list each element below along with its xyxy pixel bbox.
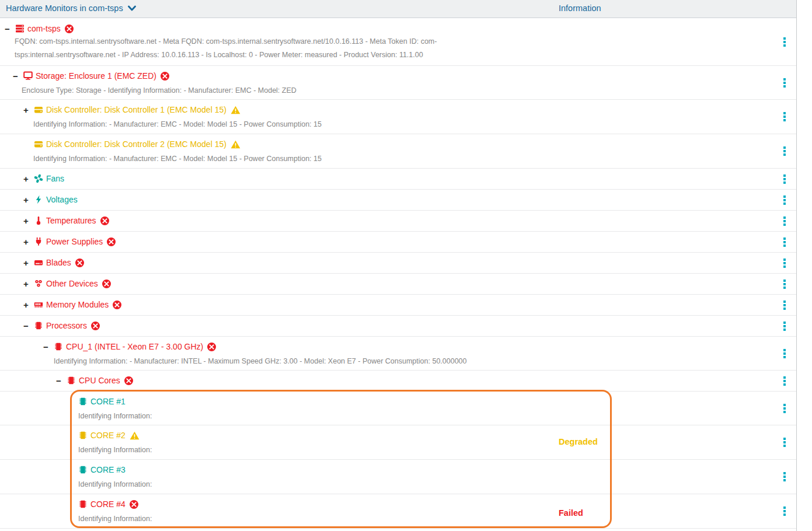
node-label-processors[interactable]: Processors <box>46 321 87 330</box>
thermometer-icon <box>34 216 43 225</box>
node-label-core-3[interactable]: CORE #3 <box>90 465 126 474</box>
expand-toggle[interactable]: + <box>23 301 31 309</box>
kebab-menu-icon[interactable] <box>780 195 789 205</box>
kebab-menu-icon[interactable] <box>780 300 789 310</box>
core-chip-icon <box>78 465 88 474</box>
collapse-toggle[interactable]: − <box>13 72 20 80</box>
processor-chip-icon <box>67 376 76 385</box>
warning-triangle-icon <box>130 431 140 440</box>
error-badge-icon <box>130 500 138 509</box>
tree-row-power-supplies: + Power Supplies <box>0 232 796 253</box>
kebab-menu-icon[interactable] <box>780 437 789 448</box>
tree-row-enclosure: − Storage: Enclosure 1 (EMC ZED) Enclosu… <box>0 66 796 100</box>
kebab-menu-icon[interactable] <box>780 279 789 289</box>
expand-toggle[interactable]: + <box>23 217 31 225</box>
collapse-toggle[interactable]: − <box>56 377 64 385</box>
error-badge-icon <box>75 258 84 267</box>
tree-row-host: − com-tsps FQDN: com-tsps.internal.sentr… <box>0 18 796 66</box>
node-detail-disk-controller-2: Identifying Information: - Manufacturer:… <box>33 152 796 166</box>
node-label-voltages[interactable]: Voltages <box>46 195 78 204</box>
kebab-menu-icon[interactable] <box>780 376 789 386</box>
tree-row-core-3: CORE #3 Identifying Information: <box>0 460 796 494</box>
expand-toggle[interactable]: + <box>23 238 31 246</box>
error-badge-icon <box>102 280 111 288</box>
processor-chip-icon <box>54 342 63 351</box>
hardware-monitor-panel: Hardware Monitors in com-tsps Informatio… <box>0 0 797 531</box>
tree-row-cpu-1: − CPU_1 (INTEL - Xeon E7 - 3.00 GHz) Ide… <box>0 337 796 371</box>
node-label-core-1[interactable]: CORE #1 <box>90 397 126 406</box>
kebab-menu-icon[interactable] <box>780 216 789 226</box>
node-label-disk-controller-1[interactable]: Disk Controller: Disk Controller 1 (EMC … <box>46 105 226 114</box>
core-chip-icon <box>78 397 88 406</box>
kebab-menu-icon[interactable] <box>780 78 789 88</box>
node-detail-disk-controller-1: Identifying Information: - Manufacturer:… <box>33 118 796 131</box>
collapse-toggle[interactable]: − <box>23 322 31 330</box>
processor-chip-icon <box>34 321 43 330</box>
expand-toggle[interactable]: + <box>23 196 31 204</box>
node-label-fans[interactable]: Fans <box>46 174 64 183</box>
node-label-core-2[interactable]: CORE #2 <box>90 431 126 440</box>
kebab-menu-icon[interactable] <box>780 403 789 414</box>
node-label-blades[interactable]: Blades <box>46 258 71 267</box>
voltage-bolt-icon <box>34 195 43 204</box>
fan-icon <box>34 174 43 183</box>
power-plug-icon <box>34 237 43 246</box>
node-label-power-supplies[interactable]: Power Supplies <box>46 237 103 246</box>
kebab-menu-icon[interactable] <box>780 321 789 331</box>
kebab-menu-icon[interactable] <box>780 174 789 184</box>
tree-row-core-1: CORE #1 Identifying Information: <box>0 392 796 425</box>
collapse-toggle[interactable]: − <box>43 343 51 351</box>
disk-icon <box>34 105 43 114</box>
node-label-temperatures[interactable]: Temperatures <box>46 216 96 225</box>
tree-row-core-2: CORE #2 Identifying Information: Degrade… <box>0 425 796 460</box>
expand-toggle[interactable]: + <box>23 280 31 288</box>
node-label-disk-controller-2[interactable]: Disk Controller: Disk Controller 2 (EMC … <box>46 139 226 149</box>
expand-toggle[interactable]: + <box>23 175 31 183</box>
kebab-menu-icon[interactable] <box>780 258 789 268</box>
tree-row-temperatures: + Temperatures <box>0 211 796 232</box>
status-badge-failed: Failed <box>559 508 583 518</box>
node-detail-host: FQDN: com-tsps.internal.sentrysoftware.n… <box>15 35 457 62</box>
kebab-menu-icon[interactable] <box>780 506 789 516</box>
node-detail-core-3: Identifying Information: <box>78 478 796 491</box>
node-label-enclosure[interactable]: Storage: Enclosure 1 (EMC ZED) <box>36 71 156 81</box>
expand-toggle[interactable]: + <box>23 259 31 267</box>
kebab-menu-icon[interactable] <box>780 348 789 359</box>
monitor-selector[interactable]: Hardware Monitors in com-tsps <box>6 4 136 13</box>
node-detail-cpu-1: Identifying Information: - Manufacturer:… <box>54 355 796 368</box>
server-icon <box>15 24 25 33</box>
node-label-cpu-1[interactable]: CPU_1 (INTEL - Xeon E7 - 3.00 GHz) <box>66 342 203 351</box>
error-badge-icon <box>161 72 169 81</box>
error-badge-icon <box>207 343 216 351</box>
warning-triangle-icon <box>231 140 241 149</box>
expand-toggle[interactable]: + <box>23 106 31 114</box>
error-badge-icon <box>100 216 109 225</box>
error-badge-icon <box>124 376 133 385</box>
kebab-menu-icon[interactable] <box>780 37 789 47</box>
collapse-toggle[interactable]: − <box>5 25 12 33</box>
error-badge-icon <box>107 237 116 246</box>
kebab-menu-icon[interactable] <box>780 237 789 247</box>
node-detail-core-1: Identifying Information: <box>78 410 796 423</box>
blade-server-icon <box>34 258 43 267</box>
kebab-menu-icon[interactable] <box>780 471 789 482</box>
enclosure-monitor-icon <box>23 71 33 81</box>
node-detail-core-2: Identifying Information: <box>78 443 796 457</box>
node-detail-enclosure: Enclosure Type: Storage - Identifying In… <box>22 84 796 97</box>
error-badge-icon <box>65 25 74 33</box>
node-label-memory-modules[interactable]: Memory Modules <box>46 300 109 309</box>
node-label-cpu-cores[interactable]: CPU Cores <box>79 376 120 385</box>
chevron-down-icon[interactable] <box>128 4 136 13</box>
node-label-other-devices[interactable]: Other Devices <box>46 279 98 288</box>
error-badge-icon <box>113 301 121 309</box>
kebab-menu-icon[interactable] <box>780 146 789 156</box>
tree-row-cpu-cores: − CPU Cores <box>0 371 796 392</box>
other-devices-icon <box>34 279 43 288</box>
tree-row-voltages: + Voltages <box>0 190 796 211</box>
node-label-host[interactable]: com-tsps <box>27 24 61 33</box>
core-chip-icon <box>78 499 88 509</box>
tree-row-blades: + Blades <box>0 253 796 274</box>
kebab-menu-icon[interactable] <box>780 111 789 122</box>
node-label-core-4[interactable]: CORE #4 <box>90 499 126 509</box>
disk-icon <box>34 139 43 149</box>
